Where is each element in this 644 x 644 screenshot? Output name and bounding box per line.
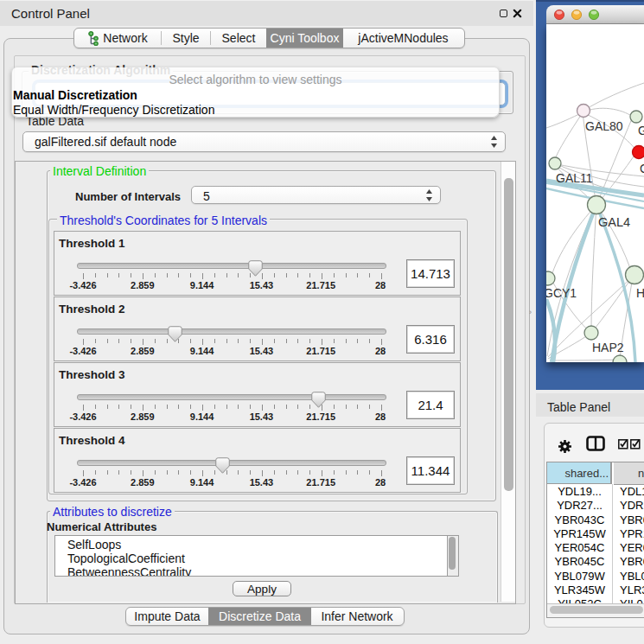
svg-text:GAL11: GAL11 — [556, 171, 593, 185]
svg-text:HAP2: HAP2 — [592, 341, 624, 354]
svg-text:G: G — [640, 162, 644, 175]
svg-text:GAL80: GAL80 — [585, 119, 623, 133]
svg-text:G.: G. — [638, 124, 644, 137]
svg-text:GCY1: GCY1 — [546, 286, 577, 300]
svg-text:H: H — [636, 286, 644, 300]
svg-text:GAL4: GAL4 — [598, 215, 630, 229]
